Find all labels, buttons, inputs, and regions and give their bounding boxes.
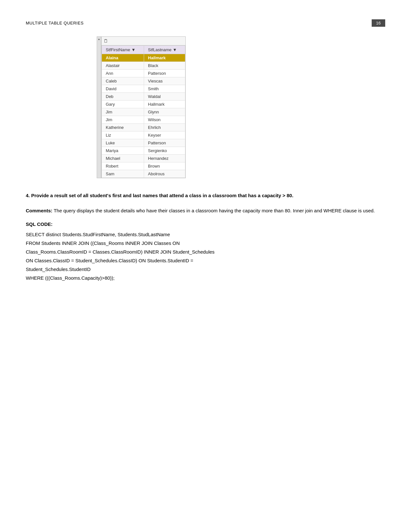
table-header: StfFirstName ▼ StfLastname ▼ [102,46,185,54]
comments-section: Comments: The query displays the student… [26,206,385,215]
data-table: StfFirstName ▼ StfLastname ▼ AlainaHallm… [102,45,185,178]
cell-lastname: Wilson [144,116,185,124]
table-outer: 🗒 StfFirstName ▼ StfLastname ▼ AlainaHal… [101,36,186,178]
cell-firstname: Mariya [102,147,144,155]
col-firstname[interactable]: StfFirstName ▼ [102,46,144,54]
cell-firstname: Deb [102,93,144,101]
sql-code-section: SQL CODE: SELECT distinct Students.StudF… [26,221,385,282]
col-lastname[interactable]: StfLastname ▼ [144,46,185,54]
cell-firstname: Katherine [102,124,144,131]
table-row: DavidSmith [102,85,185,93]
table-with-scroll: ▲ 🗒 StfFirstName ▼ StfLastname ▼ AlainaH… [97,36,385,178]
sql-lines-container: SELECT distinct Students.StudFirstName, … [26,230,385,282]
sql-line-4: Student_Schedules.StudentID [26,265,385,274]
cell-firstname: Jim [102,108,144,116]
sql-line-1: FROM Students INNER JOIN ((Class_Rooms I… [26,239,385,247]
cell-firstname: Jim [102,116,144,124]
table-row: KatherineEhrlich [102,124,185,131]
table-row: AnnPatterson [102,70,185,77]
comments-label: Comments: [26,208,53,213]
table-wrapper: ▲ 🗒 StfFirstName ▼ StfLastname ▼ AlainaH… [97,36,385,178]
cell-lastname: Waldal [144,93,185,101]
sql-code-label: SQL CODE: [26,221,385,227]
scroll-up-icon[interactable]: ▲ [98,37,100,41]
table-row: SamAbolrous [102,170,185,178]
table-row: JimWilson [102,116,185,124]
cell-lastname: Ehrlich [144,124,185,131]
table-row: DebWaldal [102,93,185,101]
question-body: Provide a result set of all student's fi… [31,193,293,198]
table-icon-row: 🗒 [102,37,185,45]
sql-line-5: WHERE (((Class_Rooms.Capacity)>80)); [26,274,385,282]
cell-lastname: Glynn [144,108,185,116]
cell-lastname: Smith [144,85,185,93]
question-number: 4. [26,193,30,198]
cell-lastname: Patterson [144,139,185,147]
cell-lastname: Abolrous [144,170,185,178]
scrollbar[interactable]: ▲ [97,36,101,178]
cell-firstname: Caleb [102,77,144,85]
page-number: 16 [372,19,385,27]
question-section: 4. Provide a result set of all student's… [26,191,385,200]
sql-line-3: ON Classes.ClassID = Student_Schedules.C… [26,256,385,265]
table-row: MariyaSergienko [102,147,185,155]
table-row: CalebViescas [102,77,185,85]
cell-firstname: Robert [102,162,144,170]
page-title: MULTIPLE TABLE QUERIES [26,21,83,25]
cell-firstname: Michael [102,155,144,162]
page-header: MULTIPLE TABLE QUERIES 16 [26,19,385,27]
cell-lastname: Hernandez [144,155,185,162]
table-row: JimGlynn [102,108,185,116]
cell-firstname: Luke [102,139,144,147]
cell-lastname: Black [144,62,185,70]
cell-lastname: Hallmark [144,101,185,108]
cell-lastname: Hallmark [144,54,185,62]
cell-firstname: Sam [102,170,144,178]
table-row: LukePatterson [102,139,185,147]
cell-firstname: Gary [102,101,144,108]
cell-firstname: Ann [102,70,144,77]
table-row: GaryHallmark [102,101,185,108]
table-row: AlainaHallmark [102,54,185,62]
cell-lastname: Brown [144,162,185,170]
table-icon: 🗒 [103,39,108,44]
cell-firstname: Alastair [102,62,144,70]
table-row: AlastairBlack [102,62,185,70]
table-row: LizKeyser [102,131,185,139]
sql-line-0: SELECT distinct Students.StudFirstName, … [26,230,385,239]
table-row: RobertBrown [102,162,185,170]
header-row: StfFirstName ▼ StfLastname ▼ [102,46,185,54]
sql-line-2: Class_Rooms.ClassRoomID = Classes.ClassR… [26,247,385,256]
table-body: AlainaHallmarkAlastairBlackAnnPattersonC… [102,54,185,178]
cell-firstname: Alaina [102,54,144,62]
cell-firstname: Liz [102,131,144,139]
cell-lastname: Patterson [144,70,185,77]
cell-lastname: Keyser [144,131,185,139]
question-text: 4. Provide a result set of all student's… [26,191,385,200]
cell-firstname: David [102,85,144,93]
comments-text: The query displays the student details w… [53,208,375,213]
cell-lastname: Sergienko [144,147,185,155]
cell-lastname: Viescas [144,77,185,85]
table-row: MichaelHernandez [102,155,185,162]
page: MULTIPLE TABLE QUERIES 16 ▲ 🗒 StfFirstNa… [0,0,411,302]
